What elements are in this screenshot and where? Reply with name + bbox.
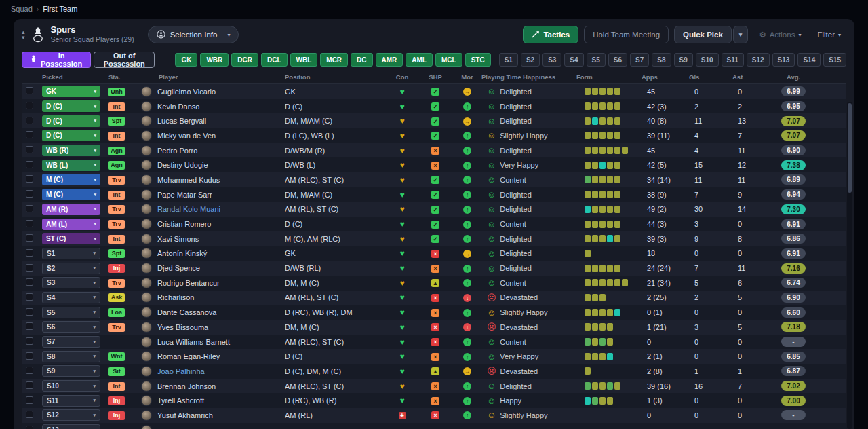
player-name[interactable]: Xavi Simons: [157, 235, 199, 243]
scrollbar[interactable]: [847, 102, 852, 429]
row-checkbox[interactable]: [26, 175, 33, 183]
player-name[interactable]: Mohammed Kudus: [157, 176, 220, 184]
position-filter-dc[interactable]: DC: [351, 53, 372, 67]
player-name[interactable]: Roman Egan-Riley: [157, 352, 220, 360]
picked-position-select[interactable]: S2▾: [42, 263, 100, 274]
picked-position-select[interactable]: S10▾: [42, 380, 100, 392]
table-row[interactable]: S10▾ Int Brennan Johnson AM (RLC), ST (C…: [22, 379, 846, 394]
column-header-playing-time-happiness[interactable]: Playing Time Happiness: [481, 73, 576, 81]
row-checkbox[interactable]: [26, 190, 33, 198]
slot-filter-s10[interactable]: S10: [696, 53, 719, 67]
table-row[interactable]: S9▾ Sit João Palhinha D (C), DM, M (C) ♥…: [22, 364, 846, 379]
table-row[interactable]: D (C)▾ Int Kevin Danso D (C) ♥ ✓ ↑ ☺Deli…: [22, 99, 846, 114]
slot-filter-s6[interactable]: S6: [608, 53, 627, 67]
table-row[interactable]: S2▾ Inj Djed Spence D/WB (RL) ♥ × ↑ ☺Del…: [22, 261, 846, 276]
row-checkbox[interactable]: [26, 381, 33, 389]
table-row[interactable]: WB (L)▾ Agn Destiny Udogie D/WB (L) ♥ × …: [22, 157, 846, 172]
row-checkbox[interactable]: [26, 102, 33, 109]
column-header-gls[interactable]: Gls: [689, 73, 732, 81]
position-filter-dcl[interactable]: DCL: [261, 53, 288, 67]
player-name[interactable]: Lucas Bergvall: [157, 117, 206, 125]
slot-filter-s4[interactable]: S4: [564, 53, 583, 67]
table-row[interactable]: S5▾ Loa Dante Cassanova D (RC), WB (R), …: [22, 305, 846, 320]
column-header-position[interactable]: Position: [285, 73, 387, 81]
table-row[interactable]: S8▾ Wnt Roman Egan-Riley D (C) ♥ × ↑ ☺Ve…: [22, 349, 846, 364]
quick-pick-button[interactable]: Quick Pick: [674, 26, 732, 43]
slot-filter-s11[interactable]: S11: [722, 53, 744, 67]
selection-info-button[interactable]: Selection Info ▾: [148, 26, 239, 43]
row-checkbox[interactable]: [26, 234, 33, 242]
slot-filter-s5[interactable]: S5: [587, 53, 606, 67]
slot-filter-s13[interactable]: S13: [772, 53, 795, 67]
tab-in-possession[interactable]: In Possession: [22, 52, 91, 68]
row-checkbox[interactable]: [26, 278, 33, 286]
column-header-apps[interactable]: Apps: [642, 73, 689, 81]
slot-filter-s2[interactable]: S2: [521, 53, 540, 67]
table-row[interactable]: AM (L)▾ Trv Cristian Romero D (C) ♥ ✓ ↑ …: [22, 217, 846, 231]
slot-filter-s9[interactable]: S9: [674, 53, 693, 67]
player-name[interactable]: Yves Bissouma: [157, 323, 208, 331]
tactics-button[interactable]: Tactics: [523, 26, 578, 43]
row-checkbox[interactable]: [26, 249, 33, 257]
player-name[interactable]: Richarlison: [157, 293, 194, 301]
breadcrumb-squad[interactable]: Squad: [11, 5, 33, 13]
table-row[interactable]: WB (R)▾ Agn Pedro Porro D/WB/M (R) ♥ × ↑…: [22, 143, 846, 158]
picked-position-select[interactable]: S5▾: [42, 307, 100, 318]
actions-button[interactable]: ⚙ Actions ▾: [753, 26, 806, 43]
row-checkbox[interactable]: [26, 322, 33, 330]
filter-button[interactable]: Filter ▾: [812, 26, 846, 43]
picked-position-select[interactable]: ST (C)▾: [42, 233, 100, 244]
table-row[interactable]: D (C)▾ Spt Lucas Bergvall DM, M/AM (C) ♥…: [22, 113, 846, 128]
picked-position-select[interactable]: S3▾: [42, 277, 100, 288]
picked-position-select[interactable]: D (C)▾: [42, 115, 100, 127]
picked-position-select[interactable]: S4▾: [42, 292, 100, 303]
picked-position-select[interactable]: D (C)▾: [42, 100, 100, 112]
row-checkbox[interactable]: [26, 411, 33, 418]
table-row[interactable]: D (C)▾ Int Micky van de Ven D (LC), WB (…: [22, 128, 846, 143]
table-row[interactable]: ST (C)▾ Int Xavi Simons M (C), AM (RLC) …: [22, 231, 846, 246]
row-checkbox[interactable]: [26, 308, 33, 316]
row-checkbox[interactable]: [26, 396, 33, 404]
picked-position-select[interactable]: M (C)▾: [42, 189, 100, 200]
picked-position-select[interactable]: AM (L)▾: [42, 219, 100, 230]
table-row[interactable]: S11▾ Inj Tyrell Ashcroft D (RC), WB (R) …: [22, 393, 846, 408]
row-checkbox[interactable]: [26, 220, 33, 227]
player-name[interactable]: Yusuf Akhamrich: [157, 411, 213, 419]
player-name[interactable]: Rodrigo Bentancur: [157, 279, 220, 287]
player-name[interactable]: Dante Cassanova: [157, 308, 216, 316]
picked-position-select[interactable]: S6▾: [42, 321, 100, 333]
row-checkbox[interactable]: [26, 117, 33, 124]
player-name[interactable]: Randal Kolo Muani: [157, 205, 220, 213]
slot-filter-s3[interactable]: S3: [542, 53, 561, 67]
row-checkbox[interactable]: [26, 161, 33, 168]
picked-position-select[interactable]: S8▾: [42, 351, 100, 362]
player-name[interactable]: Destiny Udogie: [157, 161, 208, 169]
picked-position-select[interactable]: S12▾: [42, 409, 100, 421]
picked-position-select[interactable]: AM (R)▾: [42, 204, 100, 215]
picked-position-select[interactable]: WB (R)▾: [42, 145, 100, 156]
table-row[interactable]: S12▾ Inj Yusuf Akhamrich AM (RL) + × ↑ ☺…: [22, 408, 846, 423]
picked-position-select[interactable]: D (C)▾: [42, 130, 100, 141]
table-row[interactable]: S7▾ Luca Williams-Barnett AM (RLC), ST (…: [22, 335, 846, 350]
position-filter-aml[interactable]: AML: [406, 53, 433, 67]
player-name[interactable]: Luca Williams-Barnett: [157, 338, 230, 346]
player-name[interactable]: Micky van de Ven: [157, 132, 216, 140]
row-checkbox[interactable]: [26, 337, 33, 345]
position-filter-stc[interactable]: STC: [465, 53, 491, 67]
player-name[interactable]: Antonín Kinský: [157, 249, 207, 257]
picked-position-select[interactable]: S7▾: [42, 336, 100, 348]
column-header-ast[interactable]: Ast: [732, 73, 774, 81]
slot-filter-s12[interactable]: S12: [747, 53, 770, 67]
table-row[interactable]: S4▾ Ask Richarlison AM (RL), ST (C) ♥ × …: [22, 291, 846, 305]
player-name[interactable]: Djed Spence: [157, 264, 200, 272]
picked-position-select[interactable]: S1▾: [42, 248, 100, 259]
picked-position-select[interactable]: GK▾: [42, 86, 100, 97]
picked-position-select[interactable]: S9▾: [42, 365, 100, 377]
table-row[interactable]: S3▾ Trv Rodrigo Bentancur DM, M (C) ♥ ▲ …: [22, 276, 846, 291]
column-header-shp[interactable]: SHP: [418, 73, 453, 81]
slot-filter-s8[interactable]: S8: [652, 53, 671, 67]
column-header-con[interactable]: Con: [387, 73, 418, 81]
column-header-sta[interactable]: Sta.: [108, 73, 141, 81]
row-checkbox[interactable]: [26, 131, 33, 138]
position-filter-mcr[interactable]: MCR: [320, 53, 348, 67]
